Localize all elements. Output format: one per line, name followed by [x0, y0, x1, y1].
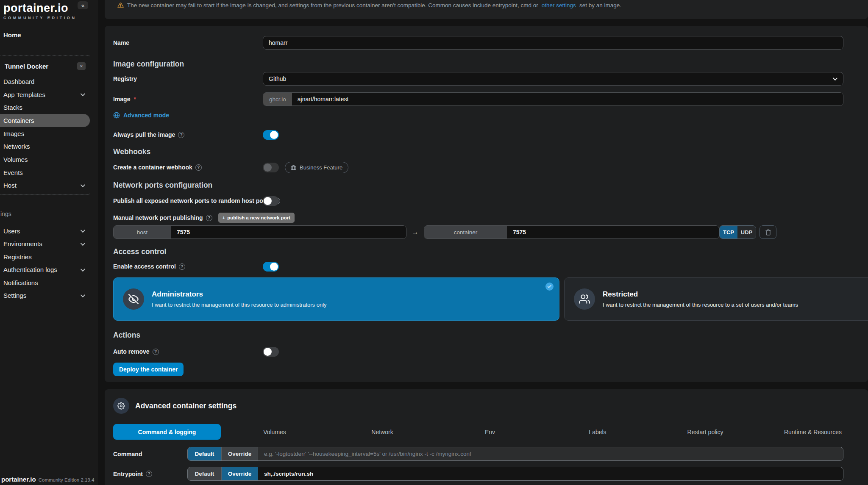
tab-command-logging[interactable]: Command & logging: [113, 424, 221, 440]
sidebar-item-label: Authentication logs: [3, 266, 57, 273]
enable-access-row: Enable access control ?: [113, 260, 868, 273]
sidebar-item-registries[interactable]: Registries: [0, 250, 90, 263]
app-edition-label: COMMUNITY EDITION: [3, 16, 77, 20]
tab-env[interactable]: Env: [436, 424, 544, 440]
sidebar-item-containers[interactable]: Containers: [0, 114, 90, 127]
publish-new-port-button[interactable]: + publish a new network port: [218, 213, 295, 223]
image-input[interactable]: [292, 93, 843, 105]
app-logo-text: portainer.io: [3, 2, 77, 15]
publish-all-toggle[interactable]: [263, 196, 279, 206]
registry-row: Registry Github: [113, 72, 868, 86]
gear-icon-circle: [113, 398, 129, 414]
sidebar-item-networks[interactable]: Networks: [0, 140, 90, 153]
tab-network[interactable]: Network: [328, 424, 436, 440]
container-port-input[interactable]: [507, 226, 719, 238]
sidebar-admin-section: ings Users Environments Registries Authe…: [0, 211, 90, 302]
image-label: Image*: [113, 96, 263, 103]
advanced-settings-header: Advanced container settings: [113, 398, 868, 414]
entrypoint-input[interactable]: [258, 467, 843, 480]
sidebar-item-label: Containers: [3, 117, 34, 124]
chevron-down-icon: [81, 267, 85, 272]
sidebar-item-label: Users: [3, 227, 20, 235]
advanced-settings-card: Advanced container settings Command & lo…: [105, 389, 868, 485]
gear-icon: [117, 402, 125, 410]
network-ports-heading: Network ports configuration: [113, 181, 868, 190]
tab-labels[interactable]: Labels: [544, 424, 651, 440]
toggle-knob: [264, 348, 272, 356]
restricted-card[interactable]: Restricted I want to restrict the manage…: [564, 277, 868, 321]
sidebar-item-users[interactable]: Users: [0, 224, 90, 238]
command-input[interactable]: [258, 447, 843, 460]
administrators-title: Administrators: [152, 290, 327, 299]
restricted-card-text: Restricted I want to restrict the manage…: [603, 290, 798, 308]
arrow-right-icon: →: [406, 228, 424, 236]
sidebar-item-label: Host: [3, 182, 17, 189]
sidebar-item-home[interactable]: Home: [3, 31, 21, 39]
always-pull-row: Always pull the image ?: [113, 128, 868, 141]
footer-brand: portainer.io: [1, 476, 36, 483]
publish-all-row: Publish all exposed network ports to ran…: [113, 194, 868, 208]
chevron-down-icon: [81, 293, 85, 297]
command-default-button[interactable]: Default: [188, 447, 222, 460]
toggle-knob: [264, 164, 272, 172]
name-input[interactable]: [263, 36, 843, 50]
sidebar-item-events[interactable]: Events: [0, 166, 90, 179]
name-row: Name: [113, 36, 868, 50]
sidebar-environment-group: Tunnel Docker × Dashboard App Templates …: [0, 55, 90, 195]
always-pull-toggle[interactable]: [263, 130, 279, 140]
sidebar-item-images[interactable]: Images: [0, 127, 90, 140]
webhook-label: Create a container webhook ?: [113, 164, 263, 171]
sidebar-item-environments[interactable]: Environments: [0, 238, 90, 251]
environment-header: Tunnel Docker ×: [0, 55, 90, 75]
help-icon: ?: [146, 471, 152, 477]
business-feature-label: Business Feature: [300, 164, 342, 171]
tab-restart-policy[interactable]: Restart policy: [651, 424, 759, 440]
host-port-input[interactable]: [171, 226, 406, 238]
collapse-icon: «: [81, 2, 84, 8]
host-port-group: host: [113, 225, 406, 239]
tcp-button[interactable]: TCP: [720, 226, 737, 238]
environment-close-button[interactable]: ×: [77, 62, 86, 70]
other-settings-link[interactable]: other settings: [542, 2, 576, 8]
users-icon: [579, 294, 590, 305]
entrypoint-default-button[interactable]: Default: [188, 467, 222, 480]
sidebar-item-dashboard[interactable]: Dashboard: [0, 75, 90, 88]
environment-name: Tunnel Docker: [5, 63, 48, 70]
advanced-mode-link[interactable]: Advanced mode: [113, 112, 169, 119]
remove-port-button[interactable]: [760, 225, 776, 239]
trash-icon: [765, 229, 771, 236]
access-control-heading: Access control: [113, 247, 868, 256]
toggle-knob: [270, 263, 278, 271]
sidebar-item-label: Registries: [3, 253, 32, 261]
sidebar-item-label: Networks: [3, 143, 30, 150]
image-input-group: ghcr.io: [263, 92, 843, 106]
eye-off-icon-circle: [123, 288, 144, 310]
administrators-card[interactable]: Administrators I want to restrict the ma…: [113, 277, 559, 321]
auto-remove-row: Auto remove ?: [113, 345, 868, 358]
eye-off-icon: [128, 294, 139, 304]
deploy-container-button[interactable]: Deploy the container: [113, 363, 184, 376]
sidebar-item-label: Settings: [3, 292, 26, 299]
warning-icon: [117, 2, 124, 8]
sidebar-item-authentication-logs[interactable]: Authentication logs: [0, 263, 90, 277]
toggle-knob: [264, 197, 272, 205]
command-override-button[interactable]: Override: [222, 447, 258, 460]
sidebar-item-label: Volumes: [3, 156, 28, 163]
tab-runtime-resources[interactable]: Runtime & Resources: [759, 424, 867, 440]
sidebar-item-volumes[interactable]: Volumes: [0, 153, 90, 166]
tab-volumes[interactable]: Volumes: [221, 424, 328, 440]
auto-remove-toggle[interactable]: [263, 347, 279, 357]
enable-access-toggle[interactable]: [263, 262, 279, 272]
sidebar-item-app-templates[interactable]: App Templates: [0, 88, 90, 101]
sidebar-item-notifications[interactable]: Notifications: [0, 276, 90, 289]
webhook-toggle: [263, 163, 279, 172]
sidebar-item-host[interactable]: Host: [0, 179, 90, 192]
sidebar-item-settings[interactable]: Settings: [0, 289, 90, 302]
chevron-down-icon: [81, 241, 85, 246]
udp-button[interactable]: UDP: [737, 226, 756, 238]
registry-select[interactable]: Github: [263, 72, 843, 86]
sidebar-item-stacks[interactable]: Stacks: [0, 101, 90, 114]
entrypoint-override-button[interactable]: Override: [222, 467, 258, 480]
sidebar-collapse-button[interactable]: «: [78, 1, 88, 9]
chevron-down-icon: [81, 91, 85, 96]
